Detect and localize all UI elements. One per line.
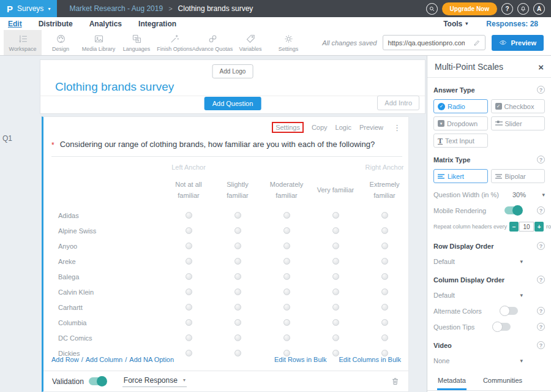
radio-icon[interactable] [234,273,241,280]
row-label[interactable]: Anyoo [58,243,164,250]
tab-integration[interactable]: Integration [138,20,176,28]
toolbar-item-workspace[interactable]: Workspace [4,30,42,55]
toolbar-item-finish-options[interactable]: Finish Options [156,30,193,55]
toolbar-item-design[interactable]: Design [42,30,80,55]
radio-icon[interactable] [186,243,192,249]
add-column-link[interactable]: Add Column [86,356,123,363]
radio-icon[interactable] [332,288,339,295]
radio-icon[interactable] [283,243,290,249]
answer-type-slider[interactable]: Slider [491,116,545,130]
radio-icon[interactable] [186,288,192,295]
tools-menu[interactable]: Tools ▾ [443,20,468,28]
help-icon[interactable]: ? [537,156,545,164]
radio-icon[interactable] [332,350,339,356]
radio-icon[interactable] [381,258,388,265]
matrix-type-likert[interactable]: Likert [433,169,488,183]
video-dropdown[interactable]: None ▾ [433,357,523,364]
help-icon[interactable]: ? [537,206,545,214]
radio-icon[interactable] [234,334,241,341]
radio-icon[interactable] [186,227,192,234]
radio-icon[interactable] [381,334,388,341]
survey-url-input[interactable] [383,39,469,47]
radio-icon[interactable] [381,350,388,356]
upgrade-now-button[interactable]: Upgrade Now [442,2,497,15]
radio-icon[interactable] [283,273,290,280]
help-icon[interactable]: ? [501,3,513,15]
radio-icon[interactable] [332,304,339,311]
add-logo-button[interactable]: Add Logo [212,64,253,78]
tab-communities[interactable]: Communities [482,374,523,390]
radio-icon[interactable] [234,304,241,311]
radio-icon[interactable] [186,258,192,265]
radio-icon[interactable] [234,243,241,249]
chevron-down-icon[interactable]: ▾ [542,192,545,198]
radio-icon[interactable] [283,350,290,356]
radio-icon[interactable] [283,304,290,311]
tab-metadata[interactable]: Metadata [437,374,467,390]
radio-icon[interactable] [186,319,192,326]
radio-icon[interactable] [283,334,290,341]
radio-icon[interactable] [332,258,339,265]
row-label[interactable]: Carhartt [58,304,164,311]
row-label[interactable]: Areke [58,258,164,265]
answer-type-text-input[interactable]: T Text Input [433,134,488,148]
answer-type-dropdown[interactable]: ▾ Dropdown [433,116,488,130]
preview-button[interactable]: Preview [492,35,544,51]
question-preview-action[interactable]: Preview [359,124,383,131]
row-display-order-dropdown[interactable]: Default ▾ [433,258,523,265]
toolbar-item-variables[interactable]: Variables [231,30,269,55]
question-copy-action[interactable]: Copy [312,124,328,131]
radio-icon[interactable] [381,319,388,326]
alternate-colors-toggle[interactable] [500,307,518,315]
toolbar-item-advance-quotas[interactable]: Advance Quotas [193,30,231,55]
radio-icon[interactable] [234,212,241,219]
delete-question-trash-icon[interactable] [391,377,400,386]
stepper-plus-button[interactable]: + [534,222,544,232]
row-label[interactable]: Balega [58,273,164,281]
radio-icon[interactable] [381,288,388,295]
radio-icon[interactable] [381,212,388,219]
help-icon[interactable]: ? [537,276,545,284]
help-icon[interactable]: ? [537,242,545,250]
radio-icon[interactable] [186,273,192,280]
product-switcher[interactable]: P Surveys ▾ [0,0,57,17]
row-label[interactable]: Calvin Klein [58,288,164,296]
row-label[interactable]: Columbia [58,319,164,326]
question-tips-toggle[interactable] [493,323,511,331]
radio-icon[interactable] [234,258,241,265]
tab-analytics[interactable]: Analytics [89,20,122,28]
survey-title[interactable]: Clothing brands survey [55,80,174,94]
radio-icon[interactable] [234,288,241,295]
add-intro-button[interactable]: Add Intro [377,96,419,110]
radio-icon[interactable] [234,350,241,356]
validation-type-dropdown[interactable]: Force Response ▾ [122,376,187,387]
stepper-value[interactable]: 10 [519,222,534,232]
edit-columns-bulk-link[interactable]: Edit Columns in Bulk [339,356,402,363]
toolbar-item-settings[interactable]: Settings [269,30,307,55]
radio-icon[interactable] [332,227,339,234]
toolbar-item-languages[interactable]: Languages [118,30,156,55]
radio-icon[interactable] [381,227,388,234]
matrix-type-bipolar[interactable]: Bipolar [491,169,545,183]
add-na-option-link[interactable]: Add NA Option [129,356,174,363]
radio-icon[interactable] [381,243,388,249]
more-options-icon[interactable]: ⋮ [391,123,403,132]
radio-icon[interactable] [283,227,290,234]
close-icon[interactable]: × [538,62,544,72]
radio-icon[interactable] [332,334,339,341]
help-icon[interactable]: ? [537,86,545,94]
breadcrumb-parent[interactable]: Market Research - Aug 2019 [69,4,163,13]
radio-icon[interactable] [186,350,192,356]
row-label[interactable]: Alpine Swiss [58,227,164,235]
search-icon[interactable] [426,3,438,15]
radio-icon[interactable] [186,334,192,341]
radio-icon[interactable] [283,212,290,219]
avatar[interactable]: A [533,3,545,15]
responses-count[interactable]: Responses: 28 [486,20,538,28]
radio-icon[interactable] [381,304,388,311]
question-width-value[interactable]: 30% [512,191,526,198]
help-icon[interactable]: ? [537,341,545,349]
stepper-minus-button[interactable]: − [509,222,519,232]
edit-url-pencil-icon[interactable] [469,36,485,50]
radio-icon[interactable] [283,258,290,265]
